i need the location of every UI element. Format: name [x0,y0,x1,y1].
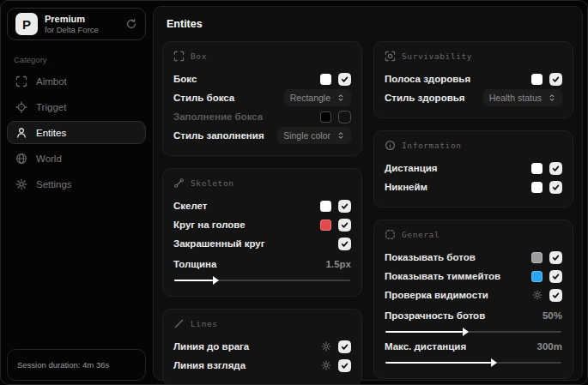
box-icon [173,51,185,62]
slider-value: 1.5px [326,259,351,269]
setting-label: Показывать тиммейтов [385,271,500,281]
setting-label: Стиль бокса [173,93,234,103]
thickness-slider[interactable] [174,280,350,281]
setting-row: Стиль здоровья Health status [385,88,562,107]
bot-opacity-slider[interactable] [385,331,561,333]
checkbox[interactable] [338,359,351,372]
fill-style-dropdown[interactable]: Single color [277,127,351,144]
dropdown-value: Health status [489,93,542,103]
color-swatch[interactable] [320,111,331,123]
sidebar-nav: Aimbot Trigget Entites [7,69,146,196]
slider-fill [174,280,213,281]
information-icon [385,140,396,151]
sidebar: P Premium for Delta Force Category Aimbo… [1,1,152,385]
setting-row: Линия взгляда [173,356,351,375]
checkbox[interactable] [549,251,562,264]
slider-fill [385,331,463,333]
setting-label: Никнейм [385,182,427,192]
panel-title: General [402,230,439,239]
entities-icon [15,127,27,139]
checkbox[interactable] [549,289,562,302]
setting-label: Толщина [173,259,216,269]
box-style-dropdown[interactable]: Rectangle [284,89,351,106]
color-swatch[interactable] [531,74,543,85]
session-duration-label: Session duration: 4m 36s [17,360,109,370]
color-swatch[interactable] [320,201,331,212]
sidebar-item-entites[interactable]: Entites [7,121,146,144]
setting-label: Линия взгляда [173,360,246,370]
sidebar-item-trigget[interactable]: Trigget [7,95,146,118]
setting-row: Закрашенный круг [173,234,351,253]
setting-label: Полоса здоровья [385,74,470,84]
setting-row: Бокс [173,69,351,88]
checkbox[interactable] [549,162,562,175]
sidebar-item-label: Aimbot [36,76,67,87]
survivability-icon [385,51,396,62]
app-logo: P [15,13,38,35]
checkbox[interactable] [338,340,351,353]
setting-row: Макс. дистанция 300m [385,337,562,356]
setting-label: Дистанция [385,163,437,173]
panel-title: Skeleton [191,178,234,188]
color-swatch[interactable] [320,74,331,85]
settings-gear-icon [15,178,27,190]
checkbox[interactable] [549,270,562,283]
checkbox[interactable] [338,200,351,213]
setting-row: Толщина 1.5px [173,255,351,274]
color-swatch[interactable] [531,182,543,193]
setting-label: Скелет [173,201,208,211]
setting-label: Макс. дистанция [385,341,466,352]
color-swatch[interactable] [320,220,331,231]
app-header-card: P Premium for Delta Force [7,8,146,40]
unfold-icon [548,93,556,102]
max-distance-slider[interactable] [385,362,561,364]
checkbox[interactable] [338,111,351,123]
setting-row: Круг на голове [173,215,351,234]
setting-label: Круг на голове [173,220,246,230]
setting-label: Показывать ботов [385,252,476,262]
sidebar-item-settings[interactable]: Settings [7,172,146,196]
general-grid-icon [385,229,396,240]
panel-title: Survivability [402,51,472,61]
sidebar-item-label: Entites [36,128,66,138]
checkbox[interactable] [549,181,562,194]
lines-icon [173,318,185,329]
sidebar-item-aimbot[interactable]: Aimbot [7,69,146,93]
checkbox[interactable] [549,73,562,86]
sidebar-item-label: Trigget [36,102,66,112]
general-panel: General Показывать ботов Показывать тимм… [373,220,573,379]
setting-row: Линия до врага [173,337,351,356]
sidebar-item-label: World [36,153,62,164]
session-duration: Session duration: 4m 36s [7,349,146,381]
setting-row: Проверка видимости [385,286,562,304]
config-gear-icon[interactable] [321,341,331,352]
category-label: Category [14,55,146,64]
setting-label: Прозрачность ботов [385,310,485,321]
slider-value: 50% [543,310,562,321]
setting-row: Никнейм [385,177,562,196]
color-swatch[interactable] [531,271,543,282]
app-subtitle: for Delta Force [45,25,99,34]
dropdown-value: Rectangle [290,93,330,103]
sidebar-item-label: Settings [36,179,72,189]
checkbox[interactable] [338,73,351,86]
information-panel: Information Дистанция Никнейм [373,130,573,208]
refresh-icon[interactable] [125,18,137,30]
color-swatch[interactable] [531,252,543,263]
survivability-panel: Survivability Полоса здоровья Стиль здор… [373,41,573,118]
setting-label: Бокс [173,74,197,84]
color-swatch[interactable] [531,163,543,174]
config-gear-icon[interactable] [532,290,543,300]
sidebar-item-world[interactable]: World [7,147,146,170]
checkbox[interactable] [338,238,351,250]
checkbox[interactable] [338,219,351,232]
unfold-icon [336,131,345,140]
setting-label: Проверка видимости [385,290,488,300]
page-title: Entites [167,18,573,30]
config-gear-icon[interactable] [321,360,331,370]
slider-value: 300m [537,341,562,352]
health-style-dropdown[interactable]: Health status [483,89,562,106]
setting-label: Стиль здоровья [385,93,465,103]
setting-row: Стиль заполнения Single color [173,126,351,145]
setting-row: Полоса здоровья [385,69,562,88]
